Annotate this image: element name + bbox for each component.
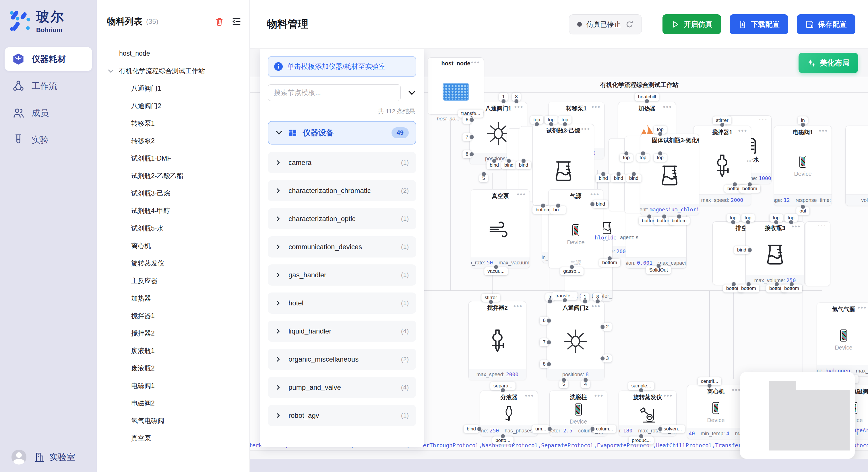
port-top[interactable]: top <box>545 116 558 124</box>
category-item-camera[interactable]: camera(1) <box>268 152 416 173</box>
tree-item-group[interactable]: 有机化学流程综合测试工作站 <box>97 62 249 80</box>
node-menu-icon[interactable]: ••• <box>817 223 827 226</box>
canvas-node-固体试剂瓶3-氯化镁[interactable]: 固体试剂瓶3-氯化镁•••agent: magnesium_chloride <box>640 134 699 215</box>
canvas-node-10[interactable]: •••voltage: 12 <box>845 126 868 206</box>
port-bind[interactable]: bind <box>516 161 531 169</box>
port-SolidOut[interactable]: SolidOut <box>646 266 671 274</box>
category-item-characterization_chromatic[interactable]: characterization_chromatic(2) <box>268 180 416 201</box>
node-menu-icon[interactable]: ••• <box>590 191 600 198</box>
port-bo...[interactable]: bo... <box>550 206 566 214</box>
port-3[interactable]: 3 <box>603 355 612 363</box>
tree-item-20[interactable]: 真空泵 <box>97 430 249 447</box>
node-menu-icon[interactable]: ••• <box>592 103 601 111</box>
port-bind[interactable]: bind <box>734 246 749 254</box>
node-menu-icon[interactable]: ••• <box>858 304 867 311</box>
category-group-instruments[interactable]: 仪器设备 49 <box>268 121 416 144</box>
sidebar-item-1[interactable]: 工作流 <box>5 74 92 98</box>
port-8[interactable]: 8 <box>539 360 549 368</box>
port-botto...[interactable]: botto... <box>492 436 514 444</box>
port-top[interactable]: top <box>620 154 633 162</box>
port-bottom[interactable]: bottom <box>781 284 802 293</box>
port-top[interactable]: top <box>637 154 650 162</box>
port-bind[interactable]: bind <box>596 174 611 182</box>
node-menu-icon[interactable]: ••• <box>663 392 673 400</box>
port-bottom[interactable]: bottom <box>599 259 620 267</box>
port-top[interactable]: top <box>770 214 783 222</box>
category-item-communication_devices[interactable]: communication_devices(1) <box>268 236 416 258</box>
tree-item-1[interactable]: 八通阀门2 <box>97 97 249 115</box>
canvas-node-氢气气源[interactable]: 氢气气源•••Device_type: hydrogenmax_pre: <box>817 303 868 376</box>
sidebar-item-0[interactable]: 仪器耗材 <box>5 47 92 71</box>
port-colum...[interactable]: colum... <box>593 425 616 433</box>
sidebar-item-2[interactable]: 成员 <box>5 101 92 125</box>
port-separa...[interactable]: separa... <box>490 382 516 390</box>
port-7[interactable]: 7 <box>462 133 471 141</box>
port-um...[interactable]: um... <box>532 425 549 433</box>
node-menu-icon[interactable]: ••• <box>471 59 480 66</box>
tree-item-7[interactable]: 试剂瓶4-甲醇 <box>97 202 249 220</box>
category-item-characterization_optic[interactable]: characterization_optic(1) <box>268 208 416 229</box>
canvas-node-搅拌器2[interactable]: 搅拌器2•••max_speed: 2000 <box>468 301 526 380</box>
tree-item-17[interactable]: 电磁阀1 <box>97 377 249 395</box>
tree-item-18[interactable]: 电磁阀2 <box>97 395 249 412</box>
port-bind[interactable]: bind <box>464 425 479 433</box>
node-menu-icon[interactable]: ••• <box>594 392 603 400</box>
port-bottom[interactable]: bottom <box>669 217 690 225</box>
port-5[interactable]: 5 <box>479 174 488 182</box>
node-menu-icon[interactable]: ••• <box>581 125 590 133</box>
port-top[interactable]: top <box>726 214 740 222</box>
port-top[interactable]: top <box>654 154 667 162</box>
sidebar-item-3[interactable]: 实验 <box>5 128 92 152</box>
canvas-node-搅拌器1[interactable]: 搅拌器1•••max_speed: 2000 <box>693 126 751 206</box>
trash-icon[interactable] <box>214 16 224 26</box>
tree-item-16[interactable]: 废液瓶2 <box>97 360 249 377</box>
port-bottom[interactable]: bottom <box>738 284 759 293</box>
tree-item-3[interactable]: 转移泵2 <box>97 132 249 150</box>
tree-item-15[interactable]: 废液瓶1 <box>97 342 249 360</box>
port-2[interactable]: 2 <box>603 323 612 331</box>
port-bind[interactable]: bind <box>626 174 642 182</box>
port-stirrer[interactable]: stirrer <box>482 294 500 302</box>
category-item-pump_and_valve[interactable]: pump_and_valve(4) <box>268 377 416 398</box>
port-7[interactable]: 7 <box>539 338 549 346</box>
canvas-node-分液器[interactable]: 分液器•••volume: 250has_phases: true <box>480 391 538 436</box>
node-menu-icon[interactable]: ••• <box>819 127 828 134</box>
port-sample...[interactable]: sample... <box>628 382 654 390</box>
canvas-node-电磁阀1[interactable]: 电磁阀1•••Devicevoltage: 12response_time: 0… <box>774 126 832 206</box>
node-menu-icon[interactable]: ••• <box>663 103 672 111</box>
sidebar-item-lab[interactable]: 实验室 <box>34 451 75 463</box>
port-in[interactable]: in <box>798 116 808 125</box>
port-5[interactable]: 5 <box>559 380 568 388</box>
tree-item-0[interactable]: 八通阀门1 <box>97 80 249 97</box>
port-bind[interactable]: bind <box>487 161 502 169</box>
avatar[interactable] <box>11 450 26 465</box>
category-item-liquid_handler[interactable]: liquid_handler(4) <box>268 321 416 342</box>
category-item-organic_miscellaneous[interactable]: organic_miscellaneous(2) <box>268 349 416 370</box>
tree-item-2[interactable]: 转移泵1 <box>97 115 249 132</box>
node-menu-icon[interactable]: ••• <box>514 303 523 310</box>
download-config-button[interactable]: 下载配置 <box>730 14 788 34</box>
port-centrif...[interactable]: centrif... <box>698 377 721 385</box>
tree-item-6[interactable]: 试剂瓶3-己烷 <box>97 185 249 202</box>
tree-item-5[interactable]: 试剂瓶2-乙酸乙酯 <box>97 167 249 185</box>
category-item-hotel[interactable]: hotel(1) <box>268 293 416 314</box>
port-8[interactable]: 8 <box>512 93 521 101</box>
canvas-node-离心机[interactable]: 离心机•••Devicetemp: 40min_temp: 4max_spe: <box>687 385 745 439</box>
tree-item-12[interactable]: 加热器 <box>97 290 249 307</box>
port-out[interactable]: out <box>796 207 809 215</box>
port-heatchill[interactable]: heatchill <box>635 93 659 101</box>
tree-item-8[interactable]: 试剂瓶5-水 <box>97 220 249 237</box>
node-menu-icon[interactable]: ••• <box>738 127 747 134</box>
tree-item-root[interactable]: host_node <box>97 45 249 62</box>
port-6[interactable]: 6 <box>462 116 471 124</box>
tree-item-13[interactable]: 搅拌器1 <box>97 307 249 325</box>
port-bind[interactable]: bind <box>611 174 626 182</box>
canvas-node-八通阀门2[interactable]: 八通阀门2•••positions: 8 <box>547 301 604 380</box>
category-item-gas_handler[interactable]: gas_handler(1) <box>268 264 416 285</box>
port-gasso...[interactable]: gasso... <box>560 267 584 275</box>
node-menu-icon[interactable]: ••• <box>686 135 695 142</box>
tree-item-10[interactable]: 旋转蒸发仪 <box>97 255 249 272</box>
tree-item-14[interactable]: 搅拌器2 <box>97 325 249 342</box>
port-6[interactable]: 6 <box>539 316 549 325</box>
canvas-node-host_node[interactable]: host_node••• <box>428 57 484 115</box>
